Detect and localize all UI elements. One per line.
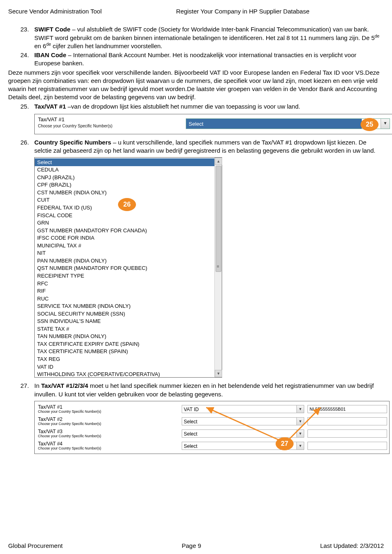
fig27-row-value[interactable] [307, 429, 387, 438]
item-24: 24. IBAN Code – International Bank Accou… [8, 51, 384, 68]
fig26-list[interactable]: SelectCEDULACNPJ (BRAZIL)CPF (BRAZIL)CST… [35, 158, 214, 377]
fig26-option[interactable]: GRN [35, 219, 214, 227]
fig27-row-value[interactable]: NL555555555B01 [307, 405, 387, 413]
item-27-num: 27. [20, 382, 34, 398]
fig26-option[interactable]: QST NUMBER (MANDATORY FOR QUEBEC) [35, 265, 214, 272]
fig25-sublabel: Choose your Country Specific Number(s) [38, 123, 112, 129]
item-23-text-c: cijfer zullen het landnummer voorstellen… [51, 42, 163, 49]
fig27-row-sub: Choose your Country Specific Number(s) [38, 434, 101, 438]
fig26-option[interactable]: RECEIPIENT TYPE [35, 272, 214, 280]
page: Secure Vendor Administration Tool Regist… [0, 0, 392, 554]
item-25-text: –van de dropdown lijst kies alstublieft … [66, 103, 301, 110]
page-header: Secure Vendor Administration Tool Regist… [8, 7, 384, 16]
fig27-row-value[interactable] [307, 417, 387, 425]
fig26-option[interactable]: IFSC CODE FOR INDIA [35, 234, 214, 242]
footer-right: Last Updated: 2/3/2012 [320, 542, 384, 550]
chevron-down-icon[interactable]: ▼ [296, 405, 304, 413]
item-25-body: Tax/VAT #1 –van de dropdown lijst kies a… [34, 102, 384, 111]
chevron-down-icon[interactable]: ▼ [296, 442, 304, 449]
fig27-row-sub: Choose your Country Specific Number(s) [38, 409, 101, 414]
item-26-num: 26. [20, 138, 34, 155]
callout-25: 25 [361, 118, 379, 131]
header-left: Secure Vendor Administration Tool [8, 7, 102, 16]
fig27-row-select[interactable]: Select▼ [182, 417, 304, 425]
item-24-text: – International Bank Account Number. Het… [34, 51, 356, 67]
fig26-option[interactable]: VAT ID [35, 363, 214, 371]
chevron-down-icon[interactable]: ▼ [296, 430, 304, 437]
figure-25: Tax/VAT #1 Choose your Country Specific … [34, 114, 392, 134]
scroll-thumb[interactable] [216, 166, 221, 272]
item-23-body: SWIFT Code – vul alstublieft de SWIFT co… [34, 25, 384, 50]
item-24-label: IBAN Code [34, 51, 66, 58]
item-23-num: 23. [20, 25, 34, 50]
fig25-select[interactable]: Select ▼ [186, 118, 390, 129]
fig26-option[interactable]: WITHHOLDING TAX (COPERATIVE/COPERATIVA) [35, 371, 214, 378]
fig26-option[interactable]: TAN NUMBER (INDIA ONLY) [35, 333, 214, 340]
item-27: 27. In Tax/VAT #1/2/3/4 moet u het land … [8, 382, 384, 398]
fig26-option[interactable]: NIT [35, 249, 214, 257]
header-right: Register Your Company in HP Supplier Dat… [102, 7, 384, 16]
item-27-label: Tax/VAT #1/2/3/4 [41, 382, 88, 389]
scroll-down-icon[interactable]: ▼ [215, 370, 222, 377]
fig26-option[interactable]: FISCAL CODE [35, 211, 214, 219]
item-26: 26. Country Specific Numbers – u kunt ve… [8, 138, 384, 155]
callout-27: 27 [276, 437, 294, 450]
fig25-label: Tax/VAT #1 [38, 116, 65, 123]
fig26-option[interactable]: CNPJ (BRAZIL) [35, 174, 214, 181]
footer-left: Global Procurement [8, 542, 62, 550]
item-23-text-a: – vul alstublieft de SWIFT code (Society… [34, 26, 375, 41]
item-25-label: Tax/VAT #1 [34, 103, 66, 110]
footer-center: Page 9 [182, 542, 201, 550]
fig25-select-value: Select [186, 119, 362, 129]
fig27-row-value[interactable] [307, 442, 387, 450]
fig27-row-select[interactable]: VAT ID▼ [182, 405, 304, 413]
fig27-row: Tax/VAT #4Choose your Country Specific N… [38, 440, 386, 452]
figure-26-wrap: SelectCEDULACNPJ (BRAZIL)CPF (BRAZIL)CST… [34, 157, 222, 378]
fig26-option[interactable]: MUNICIPAL TAX # [35, 242, 214, 249]
item-25: 25. Tax/VAT #1 –van de dropdown lijst ki… [8, 102, 384, 111]
item-27-body: In Tax/VAT #1/2/3/4 moet u het land spec… [34, 382, 384, 398]
fig27-row: Tax/VAT #3Choose your Country Specific N… [38, 427, 386, 440]
item-25-num: 25. [20, 102, 34, 111]
fig26-option[interactable]: RIF [35, 287, 214, 295]
item-23-label: SWIFT Code [34, 26, 70, 33]
figure-26-listbox[interactable]: SelectCEDULACNPJ (BRAZIL)CPF (BRAZIL)CST… [34, 157, 222, 378]
scroll-up-icon[interactable]: ▲ [215, 158, 222, 165]
fig26-option[interactable]: STATE TAX # [35, 325, 214, 333]
fig26-option[interactable]: RUC [35, 295, 214, 303]
item-27-pre: In [34, 382, 41, 389]
fig26-option[interactable]: SSN INDIVIDUAL'S NAME [35, 318, 214, 325]
fig26-option[interactable]: CEDULA [35, 166, 214, 174]
item-23: 23. SWIFT Code – vul alstublieft de SWIF… [8, 25, 384, 50]
item-26-body: Country Specific Numbers – u kunt versch… [34, 138, 384, 155]
item-26-label: Country Specific Numbers [34, 139, 111, 146]
fig26-option[interactable]: Select [35, 158, 214, 166]
item-23-text-b: en 6 [34, 42, 46, 49]
fig26-option[interactable]: TAX CERTIFICATE EXPIRY DATE (SPAIN) [35, 340, 214, 348]
fig26-scrollbar[interactable]: ▲ ≡ ▼ [214, 158, 222, 377]
fig26-option[interactable]: CPF (BRAZIL) [35, 181, 214, 189]
fig26-option[interactable]: SOCIAL SECURITY NUMBER (SSN) [35, 310, 214, 318]
page-footer: Global Procurement Page 9 Last Updated: … [8, 542, 384, 550]
paragraph-flush: Deze nummers zijn voor specifiek voor ve… [8, 69, 384, 102]
item-23-sup2: de [46, 42, 51, 47]
fig27-row: Tax/VAT #1Choose your Country Specific N… [38, 403, 386, 415]
fig26-option[interactable]: TAX REG [35, 355, 214, 363]
fig26-option[interactable]: RFC [35, 280, 214, 287]
chevron-down-icon[interactable]: ▼ [381, 119, 390, 129]
fig26-option[interactable]: PAN NUMBER (INDIA ONLY) [35, 257, 214, 265]
scroll-grip-icon: ≡ [215, 264, 221, 269]
fig27-row-select[interactable]: Select▼ [182, 429, 304, 438]
item-24-num: 24. [20, 51, 34, 68]
chevron-down-icon[interactable]: ▼ [296, 418, 304, 425]
figure-27: Tax/VAT #1Choose your Country Specific N… [34, 401, 390, 454]
fig26-option[interactable]: TAX CERTIFICATE NUMBER (SPAIN) [35, 348, 214, 356]
content: 23. SWIFT Code – vul alstublieft de SWIF… [8, 25, 384, 454]
fig27-row: Tax/VAT #2Choose your Country Specific N… [38, 415, 386, 427]
fig26-option[interactable]: CST NUMBER (INDIA ONLY) [35, 189, 214, 196]
fig26-option[interactable]: GST NUMBER (MANDATORY FOR CANADA) [35, 227, 214, 234]
fig27-row-sub: Choose your Country Specific Number(s) [38, 446, 101, 451]
fig27-row-sub: Choose your Country Specific Number(s) [38, 422, 101, 426]
item-23-sup1: de [375, 33, 380, 38]
fig26-option[interactable]: SERVICE TAX NUMBER (INDIA ONLY) [35, 303, 214, 310]
